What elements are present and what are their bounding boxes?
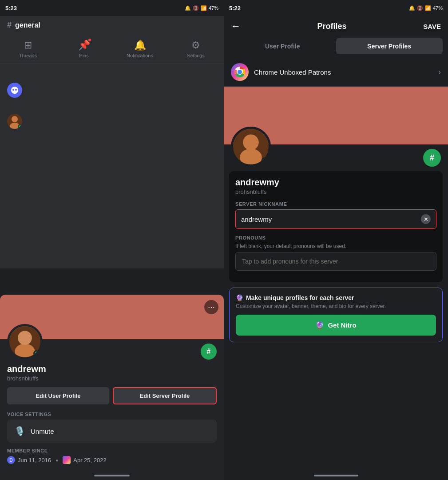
svg-point-3 <box>12 116 18 122</box>
pins-label: Pins <box>79 53 88 58</box>
tab-server-profiles[interactable]: Server Profiles <box>336 38 443 54</box>
profile-handle-right: brohsnbluffs <box>235 188 436 195</box>
server-icon-inner <box>231 63 249 81</box>
unmute-label: Unmute <box>31 428 54 435</box>
dimmed-bg <box>0 64 224 268</box>
svg-point-9 <box>238 70 242 74</box>
left-main-content: CANARY CREW — 1 Carl-bot <box>0 64 224 480</box>
member-since-section: MEMBER SINCE D Jun 11, 2016 ● Apr 25, 20… <box>0 448 224 471</box>
notifications-icon: 🔔 <box>134 40 146 51</box>
spacer <box>224 348 448 471</box>
svg-point-0 <box>11 87 18 94</box>
hashtag-badge-left: # <box>201 344 217 360</box>
bottom-bar <box>224 471 448 480</box>
bot-avatar-icon <box>9 85 20 96</box>
settings-tool[interactable]: ⚙ Settings <box>168 36 224 62</box>
pronouns-input[interactable] <box>235 252 436 271</box>
nitro-promo-title: 🔮 Make unique profiles for each server <box>236 294 436 301</box>
threads-icon: ⊞ <box>24 40 32 51</box>
server-nickname-input[interactable] <box>241 216 421 223</box>
threads-tool[interactable]: ⊞ Threads <box>0 36 56 62</box>
pronouns-label: PRONOUNS <box>235 235 436 240</box>
unmute-item[interactable]: 🎙️ Unmute <box>7 420 217 443</box>
profile-card-left: ⋯ # andre <box>0 295 224 480</box>
clear-button[interactable]: ✕ <box>421 214 431 224</box>
avatar <box>7 83 22 98</box>
server-since: Apr 25, 2022 <box>63 456 106 464</box>
server-nickname-label: SERVER NICKNAME <box>235 201 436 207</box>
nitro-promo: 🔮 Make unique profiles for each server C… <box>229 288 443 342</box>
nitro-button-icon: 🔮 <box>315 321 324 329</box>
right-panel: 5:22 🔔 📵 📶 47% ← Profiles SAVE User Prof… <box>224 0 448 480</box>
status-icons-right: 🔔 📵 📶 47% <box>409 5 443 11</box>
left-panel: 5:23 🔔 📵 📶 47% # general ⊞ Threads 📌 Pin… <box>0 0 224 480</box>
home-indicator-right <box>314 475 358 476</box>
pins-badge <box>87 38 92 42</box>
member-since-label: MEMBER SINCE <box>7 448 217 453</box>
settings-icon: ⚙ <box>191 40 200 51</box>
get-nitro-button[interactable]: 🔮 Get Nitro <box>236 315 436 336</box>
time-right: 5:22 <box>229 5 241 12</box>
tab-user-profile[interactable]: User Profile <box>229 38 336 54</box>
back-button[interactable]: ← <box>231 20 241 32</box>
discord-logo: D <box>7 456 15 464</box>
server-logo <box>63 456 71 464</box>
time-left: 5:23 <box>5 5 17 12</box>
more-button[interactable]: ⋯ <box>204 300 218 314</box>
profile-avatar-right <box>231 127 271 167</box>
discord-since: D Jun 11, 2016 <box>7 456 51 464</box>
notifications-tool[interactable]: 🔔 Notifications <box>112 36 168 62</box>
edit-server-profile-button[interactable]: Edit Server Profile <box>113 387 217 404</box>
nitro-promo-desc: Customize your avatar, banner, theme, an… <box>236 303 436 309</box>
chevron-right-icon: › <box>438 68 441 77</box>
profile-card-right: andrewmy brohsnbluffs SERVER NICKNAME ✕ … <box>229 171 443 282</box>
profile-avatar-container-right <box>231 127 271 167</box>
status-bar-right: 5:22 🔔 📵 📶 47% <box>224 0 448 16</box>
online-indicator <box>18 124 22 129</box>
svg-point-2 <box>15 89 17 91</box>
tab-bar: User Profile Server Profiles <box>224 36 448 58</box>
pronouns-hint: If left blank, your default pronouns wil… <box>235 243 436 249</box>
profiles-header: ← Profiles SAVE <box>224 16 448 36</box>
server-name: Chrome Unboxed Patrons <box>254 68 433 76</box>
settings-label: Settings <box>187 53 205 58</box>
profile-username-left: andrewm <box>7 364 217 374</box>
nitro-promo-icon: 🔮 <box>236 294 243 301</box>
svg-point-1 <box>12 89 14 91</box>
profile-handle-left: brohsnbluffs <box>7 375 217 382</box>
home-indicator-left <box>94 475 130 476</box>
avatar <box>7 114 22 129</box>
voice-settings-section: VOICE SETTINGS 🎙️ Unmute <box>0 412 224 448</box>
chrome-logo-icon <box>234 66 246 78</box>
pins-tool[interactable]: 📌 Pins <box>56 36 112 62</box>
channel-name: general <box>15 21 40 29</box>
status-bar-left: 5:23 🔔 📵 📶 47% <box>0 0 224 16</box>
threads-label: Threads <box>19 53 37 58</box>
notifications-label: Notifications <box>127 53 153 58</box>
voice-settings-label: VOICE SETTINGS <box>7 412 217 417</box>
server-icon <box>231 63 249 81</box>
svg-point-7 <box>18 331 32 345</box>
pronouns-section: PRONOUNS If left blank, your default pro… <box>235 235 436 271</box>
hash-icon: # <box>7 20 12 30</box>
svg-point-10 <box>243 134 259 150</box>
status-icons-left: 🔔 📵 📶 47% <box>185 5 218 11</box>
get-nitro-label: Get Nitro <box>328 321 356 329</box>
server-nickname-field[interactable]: ✕ <box>235 209 436 229</box>
svg-point-11 <box>240 148 262 166</box>
member-since-row: D Jun 11, 2016 ● Apr 25, 2022 <box>7 456 217 464</box>
mute-icon: 🎙️ <box>14 426 25 436</box>
channel-tools: ⊞ Threads 📌 Pins 🔔 Notifications ⚙ Setti… <box>0 34 224 64</box>
channel-header: # general <box>0 16 224 34</box>
profile-username-right: andrewmy <box>235 177 436 188</box>
server-row[interactable]: Chrome Unboxed Patrons › <box>224 58 448 87</box>
profile-preview-area: # <box>224 87 448 144</box>
profile-avatar-left <box>7 324 43 360</box>
save-button[interactable]: SAVE <box>423 23 441 30</box>
hashtag-badge-right: # <box>423 149 441 167</box>
profile-avatar-container <box>7 324 43 360</box>
online-indicator-right <box>262 157 268 164</box>
profile-banner-left: ⋯ # <box>0 295 224 339</box>
edit-user-profile-button[interactable]: Edit User Profile <box>7 387 109 404</box>
online-indicator-left <box>33 350 40 356</box>
